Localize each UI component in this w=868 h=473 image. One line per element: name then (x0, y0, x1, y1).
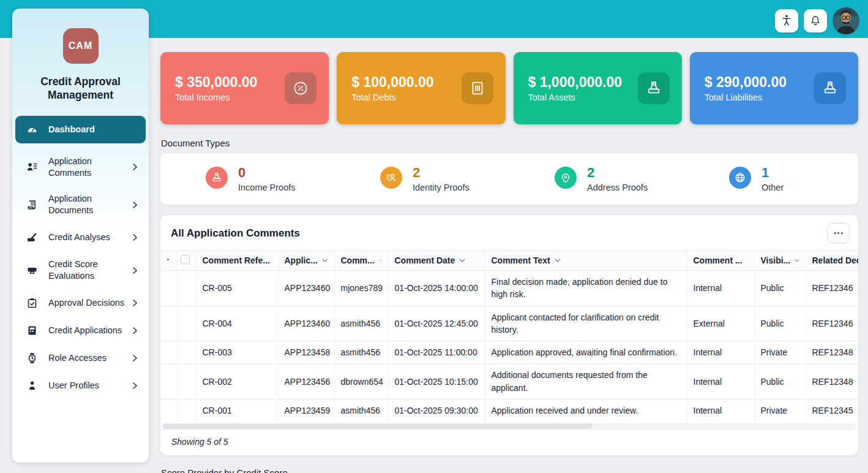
table-row[interactable]: CR-005 APP123460 mjones789 01-Oct-2025 1… (160, 271, 858, 306)
cell: Private (754, 399, 806, 422)
cell: APP123459 (278, 399, 334, 422)
cell: REF12346 (806, 271, 858, 306)
cell: Public (754, 306, 806, 341)
accessibility-button[interactable] (775, 9, 798, 32)
stat-value: $ 290,000.00 (705, 74, 787, 91)
row-checkbox-cell[interactable] (177, 306, 196, 341)
column-header-commenter[interactable]: Comm... (334, 251, 388, 271)
sidebar-item-label: Approval Decisions (48, 297, 133, 309)
table-menu-button[interactable] (827, 223, 850, 243)
table-row[interactable]: CR-002 APP123456 dbrown654 01-Oct-2025 1… (160, 364, 858, 399)
table-row[interactable]: CR-004 APP123460 asmith456 01-Oct-2025 1… (160, 306, 858, 341)
doc-type-income-proofs: 0 Income Proofs (160, 165, 335, 192)
scrollbar-thumb[interactable] (162, 423, 593, 429)
column-header-comment-date[interactable]: Comment Date (388, 251, 485, 271)
stat-label: Total Incomes (175, 93, 257, 102)
cell: Internal (687, 341, 754, 364)
user-avatar[interactable] (832, 7, 859, 34)
stat-label: Total Liabilities (705, 93, 787, 102)
row-target-header[interactable] (160, 251, 177, 271)
row-checkbox-cell[interactable] (177, 271, 196, 306)
column-header-comment-reference[interactable]: Comment Refe... (196, 251, 278, 271)
cell: CR-001 (196, 399, 278, 422)
cell: dbrown654 (334, 364, 388, 399)
column-header-comment-text[interactable]: Comment Text (485, 251, 687, 271)
table-row[interactable]: CR-003 APP123458 asmith456 01-Oct-2025 1… (160, 341, 858, 364)
cell: APP123460 (278, 306, 334, 341)
cell: REF12348 (806, 364, 858, 399)
cell: Additional documents requested from the … (485, 364, 687, 399)
sidebar-item-application-documents[interactable]: Application Documents (12, 186, 149, 224)
cell: REF12348 (806, 341, 858, 364)
clipboard-check-icon (27, 298, 37, 308)
sidebar-item-application-comments[interactable]: Application Comments (12, 148, 149, 186)
cell: Internal (687, 399, 754, 422)
sidebar-item-credit-score-evaluations[interactable]: Credit Score Evaluations (12, 251, 149, 289)
sidebar-item-credit-analyses[interactable]: Credit Analyses (12, 224, 149, 251)
stat-label: Total Debts (351, 93, 433, 102)
accessibility-icon (780, 13, 793, 29)
table-row[interactable]: CR-001 APP123459 asmith456 01-Oct-2025 0… (160, 399, 858, 422)
notifications-button[interactable] (804, 9, 827, 32)
doc-type-label: Address Proofs (587, 183, 648, 192)
table-title: All Application Comments (171, 227, 300, 240)
app-logo-text: CAM (69, 40, 92, 51)
column-header-related-decision[interactable]: Related Dec... (806, 251, 858, 271)
map-pin-icon (555, 167, 577, 189)
ellipsis-icon (834, 232, 836, 234)
watch-icon (27, 353, 37, 363)
document-types-title: Document Types (161, 138, 858, 148)
sidebar-item-role-accesses[interactable]: Role Accesses (12, 344, 149, 372)
chevron-right-icon (133, 355, 139, 361)
pen-card-icon (27, 232, 37, 243)
sidebar-item-label: Credit Applications (48, 325, 133, 336)
cell: asmith456 (334, 306, 388, 341)
cash-register-icon (206, 167, 228, 189)
cell: Final decision made, application denied … (485, 271, 687, 306)
app-logo: CAM (63, 28, 99, 64)
sidebar-item-approval-decisions[interactable]: Approval Decisions (12, 289, 149, 317)
table-scroll-area[interactable]: Comment Refe... Applic... Comm... Commen… (160, 250, 858, 422)
chevron-down-icon (379, 259, 382, 262)
horizontal-scrollbar[interactable] (162, 423, 856, 429)
row-checkbox-cell[interactable] (177, 364, 196, 399)
sidebar-item-label: User Profiles (48, 380, 133, 392)
cash-register-icon (814, 72, 846, 104)
column-header-application[interactable]: Applic... (278, 251, 334, 271)
comments-table: Comment Refe... Applic... Comm... Commen… (160, 250, 858, 422)
percent-circle-icon (285, 72, 316, 104)
stat-card-total-assets: $ 1,000,000.00 Total Assets (514, 52, 682, 124)
person-icon (27, 380, 37, 391)
chevron-right-icon (133, 234, 139, 241)
stat-card-total-debts: $ 100,000.00 Total Debts (337, 52, 505, 124)
sidebar-item-label: Application Comments (48, 156, 133, 179)
sidebar-item-credit-applications[interactable]: Credit Applications (12, 317, 149, 344)
all-application-comments-card: All Application Comments (160, 215, 858, 455)
stat-label: Total Assets (528, 93, 622, 102)
sidebar-item-user-profiles[interactable]: User Profiles (12, 372, 149, 399)
column-header-comment-type[interactable]: Comment ... (687, 251, 754, 271)
cell: CR-003 (196, 341, 278, 364)
cell: REF12346 (806, 306, 858, 341)
row-checkbox-cell[interactable] (177, 341, 196, 364)
cell: 01-Oct-2025 11:00:00 (388, 341, 485, 364)
checkbox-icon[interactable] (181, 255, 190, 264)
cell: REF12345 (806, 399, 858, 422)
cell: Public (754, 271, 806, 306)
chevron-down-icon (555, 259, 561, 262)
row-target-cell (160, 271, 177, 306)
chevron-down-icon (747, 259, 748, 262)
doc-type-count: 0 (238, 165, 296, 180)
sidebar-item-dashboard[interactable]: Dashboard (15, 116, 146, 143)
chevron-right-icon (133, 267, 139, 274)
cell: CR-005 (196, 271, 278, 306)
cell: External (687, 306, 754, 341)
doc-type-label: Other (761, 183, 784, 192)
cell: APP123460 (278, 271, 334, 306)
row-checkbox-cell[interactable] (177, 399, 196, 422)
main-content: $ 350,000.00 Total Incomes $ 100,000.00 … (160, 38, 858, 473)
select-all-header[interactable] (177, 251, 196, 271)
cell: Application approved, awaiting final con… (485, 341, 687, 364)
billing-cabinet-icon (462, 72, 493, 104)
column-header-visibility[interactable]: Visibi... (754, 251, 806, 271)
